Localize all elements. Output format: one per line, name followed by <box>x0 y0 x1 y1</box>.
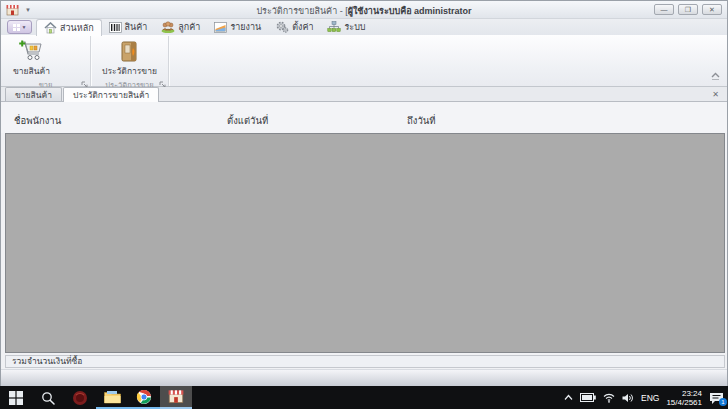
org-chart-icon <box>327 21 341 33</box>
chevron-up-icon[interactable] <box>564 394 573 401</box>
wifi-icon[interactable] <box>603 393 615 403</box>
windows-start-icon <box>9 391 23 405</box>
close-button[interactable]: ✕ <box>702 4 722 15</box>
action-center-button[interactable]: 1 <box>709 391 724 404</box>
results-area[interactable] <box>5 133 725 353</box>
employee-name-label: ชื่อพนักงาน <box>14 113 61 128</box>
doc-tab-label: ขายสินค้า <box>15 88 52 102</box>
doc-tab-label: ประวัติการขายสินค้า <box>73 88 149 102</box>
taskbar-apps <box>0 386 192 409</box>
ribbon-tab-label: ลูกค้า <box>178 20 200 34</box>
title-bar: ▼ ประวัติการขายสินค้า - [ผู้ใช้งานระบบคื… <box>1 1 727 19</box>
sell-products-label: ขายสินค้า <box>13 64 50 78</box>
taskbar-date: 15/4/2561 <box>666 398 702 407</box>
from-date-label: ตั้งแต่วันที่ <box>227 113 268 128</box>
history-box-icon <box>119 40 141 63</box>
speaker-icon[interactable] <box>622 393 634 403</box>
ribbon-tab-label: รายงาน <box>230 20 261 34</box>
gear-icon <box>275 21 289 33</box>
taskbar-time: 23:24 <box>666 389 702 398</box>
total-label: รวมจำนวนเงินที่ซื้อ <box>12 356 82 366</box>
taskbar-red-app[interactable] <box>64 386 96 409</box>
filter-bar: ชื่อพนักงาน administrator ▼ ตั้งแต่วันที… <box>1 102 727 133</box>
window-title-user: ผู้ใช้งานระบบคือ administrator <box>348 6 472 16</box>
taskbar-search-button[interactable] <box>32 386 64 409</box>
taskbar-clock[interactable]: 23:24 15/4/2561 <box>666 389 702 407</box>
start-button[interactable] <box>0 386 32 409</box>
red-app-icon <box>72 390 88 406</box>
screen: ▼ ประวัติการขายสินค้า - [ผู้ใช้งานระบบคื… <box>0 0 728 409</box>
ribbon-tab-label: ระบบ <box>344 20 365 34</box>
window-bottom-strip <box>1 369 727 386</box>
customers-icon <box>161 21 175 33</box>
ribbon-tab-settings[interactable]: ตั้งค่า <box>268 19 320 35</box>
total-row: รวมจำนวนเงินที่ซื้อ <box>5 355 725 368</box>
sales-history-label: ประวัติการขาย <box>102 64 157 78</box>
app-menu-icon <box>13 24 20 31</box>
window-title-app: ประวัติการขายสินค้า - [ <box>256 6 347 16</box>
home-icon <box>44 22 57 34</box>
battery-icon[interactable] <box>580 393 596 402</box>
ribbon-tab-products[interactable]: สินค้า <box>102 19 155 35</box>
ribbon-tab-main[interactable]: ส่วนหลัก <box>36 19 102 36</box>
taskbar-file-explorer[interactable] <box>96 386 128 409</box>
chrome-icon <box>136 389 152 405</box>
search-icon <box>41 391 55 405</box>
restore-button[interactable]: ❐ <box>678 4 698 15</box>
doc-tab-sales-history[interactable]: ประวัติการขายสินค้า <box>63 87 159 102</box>
app-window: ▼ ประวัติการขายสินค้า - [ผู้ใช้งานระบบคื… <box>0 0 728 386</box>
ribbon-body: ขายสินค้า ขาย <box>1 35 727 87</box>
sales-history-button[interactable]: ประวัติการขาย <box>96 38 163 79</box>
to-date-label: ถึงวันที่ <box>407 113 435 128</box>
close-tab-icon[interactable]: ✕ <box>711 90 720 99</box>
window-title: ประวัติการขายสินค้า - [ผู้ใช้งานระบบคือ … <box>1 4 727 18</box>
collapse-ribbon-icon[interactable] <box>710 71 721 80</box>
document-tab-strip: ขายสินค้า ประวัติการขายสินค้า ✕ <box>1 87 727 102</box>
chevron-down-icon: ▼ <box>22 25 27 30</box>
ribbon-tab-label: สินค้า <box>125 20 148 34</box>
app-menu-button[interactable]: ▼ <box>7 20 32 34</box>
sell-products-button[interactable]: ขายสินค้า <box>7 38 56 79</box>
ribbon-tab-reports[interactable]: รายงาน <box>207 19 268 35</box>
taskbar-chrome[interactable] <box>128 386 160 409</box>
notification-badge: 1 <box>719 398 727 406</box>
ribbon-tab-row: ▼ ส่วนหลัก สินค้า <box>1 19 727 35</box>
report-chart-icon <box>214 22 227 33</box>
ribbon-tab-system[interactable]: ระบบ <box>320 19 372 35</box>
taskbar: ENG 23:24 15/4/2561 1 <box>0 386 728 409</box>
ribbon-tab-label: ส่วนหลัก <box>60 21 94 35</box>
minimize-button[interactable]: — <box>654 4 674 15</box>
store-icon <box>168 389 184 404</box>
folder-icon <box>104 390 121 404</box>
ribbon-tab-customers[interactable]: ลูกค้า <box>154 19 207 35</box>
doc-tab-sell[interactable]: ขายสินค้า <box>5 87 62 101</box>
window-controls: — ❐ ✕ <box>654 4 722 15</box>
ribbon-group-history: ประวัติการขาย ประวัติการขาย <box>91 36 169 86</box>
language-indicator[interactable]: ENG <box>641 393 659 403</box>
cart-add-icon <box>19 40 45 63</box>
ribbon-group-sell: ขายสินค้า ขาย <box>1 36 91 86</box>
ribbon-tab-label: ตั้งค่า <box>292 20 313 34</box>
system-tray: ENG 23:24 15/4/2561 1 <box>564 386 724 409</box>
taskbar-pos-app[interactable] <box>160 386 192 409</box>
barcode-icon <box>109 22 122 33</box>
